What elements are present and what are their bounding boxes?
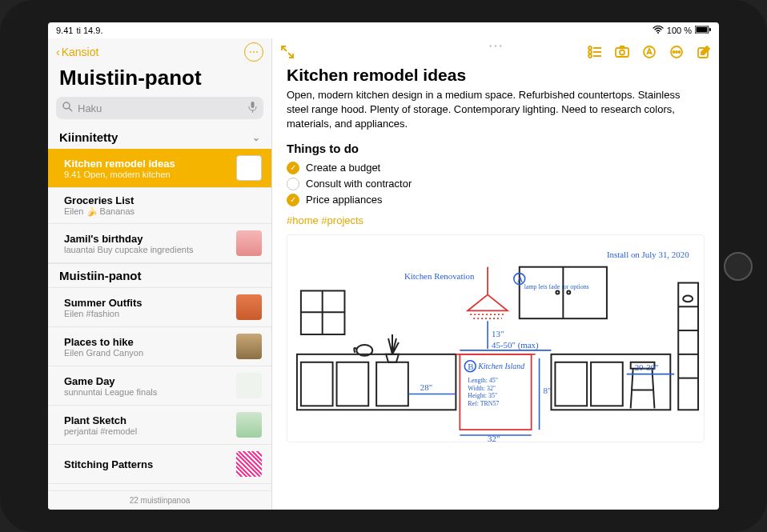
svg-point-18 xyxy=(673,51,675,53)
note-title: Stitching Patterns xyxy=(64,458,230,470)
note-list[interactable]: Kitchen remodel ideas 9.41 Open, modern … xyxy=(48,149,271,490)
content-toolbar: • • • xyxy=(272,38,719,66)
note-title: Game Day xyxy=(64,375,230,387)
note-subtitle: sunnuntai League finals xyxy=(64,387,230,397)
note-item-hike[interactable]: Places to hike Eilen Grand Canyon xyxy=(48,327,271,366)
checklist-label: Price appliances xyxy=(306,194,382,206)
note-subtitle: Eilen #fashion xyxy=(64,309,230,318)
camera-icon[interactable] xyxy=(615,45,629,59)
note-count: 22 muistiinpanoa xyxy=(48,490,271,510)
microphone-icon[interactable] xyxy=(248,102,257,115)
svg-point-46 xyxy=(683,295,693,302)
back-button[interactable]: ‹ Kansiot xyxy=(56,46,98,58)
compose-icon[interactable] xyxy=(697,45,711,59)
checklist: ✓ Create a budget Consult with contracto… xyxy=(287,160,705,208)
svg-rect-25 xyxy=(376,362,408,406)
note-heading: Kitchen remodel ideas xyxy=(287,66,705,85)
sidebar: ‹ Kansiot ⋯ Muistiin-panot Haku xyxy=(48,38,272,510)
note-title: Places to hike xyxy=(64,336,230,348)
svg-rect-6 xyxy=(251,102,255,108)
drag-handle-icon[interactable]: • • • xyxy=(489,42,502,50)
checklist-item[interactable]: ✓ Price appliances xyxy=(287,192,705,208)
svg-rect-35 xyxy=(555,362,587,406)
ipad-frame: 9.41 ti 14.9. 100 % ‹ Kansiot xyxy=(0,0,767,532)
note-subtitle: perjantai #remodel xyxy=(64,426,230,436)
markup-icon[interactable] xyxy=(642,45,657,59)
battery-percent: 100 % xyxy=(667,26,692,35)
ellipsis-icon: ⋯ xyxy=(249,46,259,58)
svg-line-5 xyxy=(69,108,72,111)
dim-13: 13" xyxy=(492,329,504,338)
note-item-gameday[interactable]: Game Day sunnuntai League finals xyxy=(48,366,271,406)
chevron-left-icon: ‹ xyxy=(56,46,60,58)
svg-rect-24 xyxy=(337,362,369,406)
note-item-outfits[interactable]: Summer Outfits Eilen #fashion xyxy=(48,288,271,327)
svg-rect-3 xyxy=(709,28,711,31)
note-body[interactable]: Kitchen remodel ideas Open, modern kitch… xyxy=(272,66,719,510)
search-input[interactable]: Haku xyxy=(56,97,263,119)
note-item-stitching[interactable]: Stitching Patterns xyxy=(48,445,271,484)
checklist-item[interactable]: ✓ Create a budget xyxy=(287,160,705,176)
sidebar-title: Muistiin-panot xyxy=(48,62,271,97)
svg-point-12 xyxy=(588,54,592,58)
main-area: ‹ Kansiot ⋯ Muistiin-panot Haku xyxy=(48,38,719,510)
home-button[interactable] xyxy=(724,252,753,281)
more-options-button[interactable]: ⋯ xyxy=(244,42,263,62)
status-time: 9.41 xyxy=(56,26,73,35)
expand-icon[interactable] xyxy=(280,45,295,59)
note-tags[interactable]: #home #projects xyxy=(287,214,705,226)
note-title: Groceries List xyxy=(64,194,262,206)
notes-label: Muistiin-panot xyxy=(59,269,141,282)
dim-28: 28" xyxy=(420,382,432,391)
circle-a: A xyxy=(517,274,524,283)
note-thumbnail xyxy=(236,373,262,398)
checkbox-unchecked-icon[interactable] xyxy=(287,178,299,190)
battery-icon xyxy=(695,26,711,35)
checklist-item[interactable]: Consult with contractor xyxy=(287,176,705,192)
back-label: Kansiot xyxy=(62,46,99,58)
svg-point-8 xyxy=(588,46,592,50)
pinned-section-header[interactable]: Kiinnitetty ⌄ xyxy=(48,126,271,149)
checkbox-checked-icon[interactable]: ✓ xyxy=(287,162,299,174)
note-title: Plant Sketch xyxy=(64,414,230,426)
things-heading: Things to do xyxy=(287,142,705,155)
note-thumbnail xyxy=(236,412,262,438)
notes-section-header[interactable]: Muistiin-panot xyxy=(48,263,271,288)
checklist-icon[interactable] xyxy=(588,45,602,59)
svg-point-10 xyxy=(588,50,592,54)
chevron-down-icon: ⌄ xyxy=(252,132,260,143)
note-subtitle: Eilen Grand Canyon xyxy=(64,348,230,358)
note-subtitle: Eilen 🍌 Bananas xyxy=(64,206,262,217)
search-icon xyxy=(62,102,73,114)
note-thumbnail xyxy=(236,230,262,256)
dim-32: 32" xyxy=(488,434,500,442)
note-title: Jamil's birthday xyxy=(64,233,230,245)
note-description: Open, modern kitchen design in a medium … xyxy=(287,88,705,132)
search-placeholder: Haku xyxy=(78,102,102,114)
sketch-title: Kitchen Renovation xyxy=(404,270,475,280)
note-thumbnail xyxy=(236,155,262,181)
note-thumbnail xyxy=(236,294,262,320)
screen: 9.41 ti 14.9. 100 % ‹ Kansiot xyxy=(48,22,719,510)
svg-point-0 xyxy=(657,32,659,34)
note-title: Summer Outfits xyxy=(64,297,230,309)
note-thumbnail xyxy=(236,334,262,359)
island-specs: Length: 45" Width: 32" Height: 35" Ref: … xyxy=(468,376,500,407)
svg-rect-23 xyxy=(301,362,333,406)
island-label: Kitchen Island xyxy=(477,361,524,370)
note-item-plant[interactable]: Plant Sketch perjantai #remodel xyxy=(48,406,271,445)
note-subtitle: 9.41 Open, modern kitchen xyxy=(64,170,230,179)
lamp-note: lamp lets fade for options xyxy=(524,283,589,290)
more-icon[interactable] xyxy=(669,45,684,59)
dim-45-50: 45-50" (max) xyxy=(492,339,539,350)
svg-rect-2 xyxy=(697,27,708,33)
sketch-drawing[interactable]: Kitchen Renovation Install on July 31, 2… xyxy=(287,234,705,442)
note-item-groceries[interactable]: Groceries List Eilen 🍌 Bananas xyxy=(48,188,271,224)
svg-rect-36 xyxy=(591,362,623,406)
svg-point-33 xyxy=(567,290,570,294)
note-item-birthday[interactable]: Jamil's birthday lauantai Buy cupcake in… xyxy=(48,224,271,263)
circle-b: B xyxy=(468,361,473,370)
checklist-label: Consult with contractor xyxy=(306,178,412,190)
note-item-kitchen[interactable]: Kitchen remodel ideas 9.41 Open, modern … xyxy=(48,149,271,188)
checkbox-checked-icon[interactable]: ✓ xyxy=(287,194,299,206)
